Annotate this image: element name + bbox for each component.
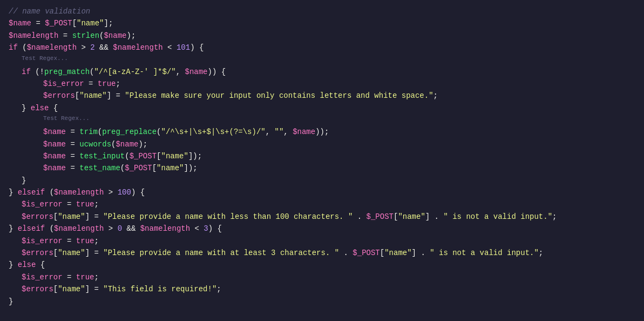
code-line-5: Test Regex...	[0, 54, 644, 66]
code-line-4: if ( $namelength > 2 && $namelength < 10…	[0, 42, 644, 54]
code-editor: // name validation $name = $_POST [ "nam…	[0, 0, 644, 321]
code-line-6: if (! preg_match ( "/^[a-zA-Z-' ]*$/" , …	[0, 66, 644, 78]
code-line-9: } else {	[0, 102, 644, 114]
code-line-1: // name validation	[0, 5, 644, 17]
code-line-21: $errors [ "name" ] = "Please provide a n…	[0, 247, 644, 259]
code-line-10: Test Regex...	[0, 114, 644, 126]
code-line-3: $namelength = strlen ( $name );	[0, 30, 644, 42]
comment-text: // name validation	[9, 5, 90, 17]
code-line-8: $errors [ "name" ] = "Please make sure y…	[0, 90, 644, 102]
code-line-11: $name = trim ( preg_replace ( "/^\s+|\s+…	[0, 126, 644, 138]
code-line-18: $errors [ "name" ] = "Please provide a n…	[0, 211, 644, 223]
code-line-16: } elseif ( $namelength > 100 ) {	[0, 186, 644, 198]
code-line-12: $name = ucwords ( $name );	[0, 138, 644, 150]
code-line-13: $name = test_input ( $_POST [ "name" ]);	[0, 150, 644, 162]
code-line-20: $is_error = true ;	[0, 235, 644, 247]
code-line-15: }	[0, 175, 644, 186]
code-line-22: } else {	[0, 259, 644, 271]
code-line-14: $name = test_name ( $_POST [ "name" ]);	[0, 162, 644, 174]
code-line-25: }	[0, 296, 644, 307]
code-line-23: $is_error = true ;	[0, 271, 644, 283]
code-line-7: $is_error = true ;	[0, 78, 644, 90]
code-line-19: } elseif ( $namelength > 0 && $namelengt…	[0, 223, 644, 235]
code-line-2: $name = $_POST [ "name" ];	[0, 17, 644, 29]
code-line-17: $is_error = true ;	[0, 198, 644, 210]
code-line-24: $errors [ "name" ] = "This field is requ…	[0, 283, 644, 295]
